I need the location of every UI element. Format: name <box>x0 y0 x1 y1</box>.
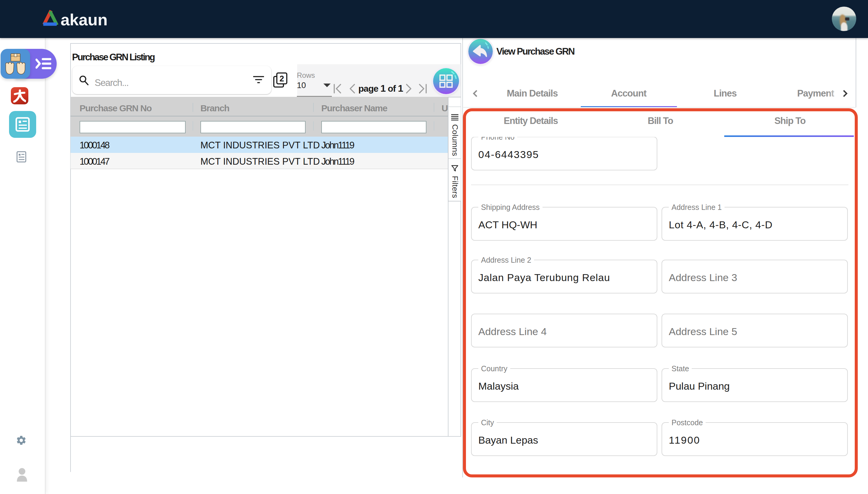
svg-text:2: 2 <box>279 74 284 83</box>
